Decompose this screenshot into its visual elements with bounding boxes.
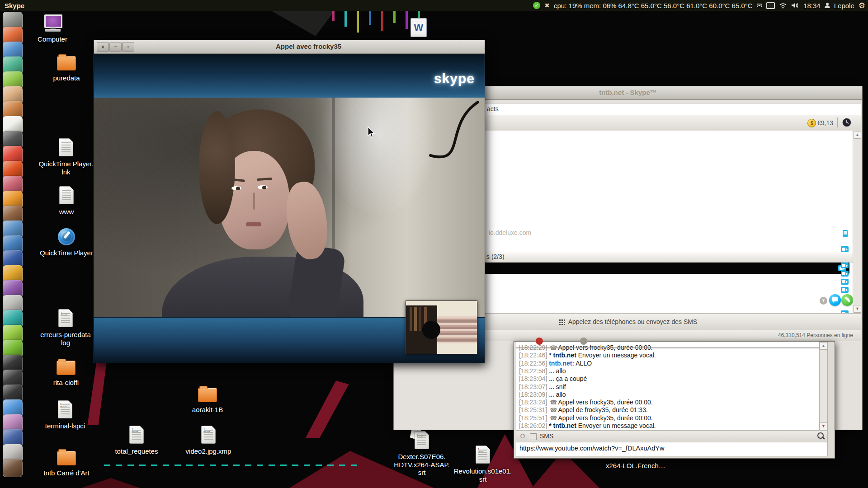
menu-fragment: acts [487,105,499,113]
chevron-down-icon[interactable]: ▼ [820,297,827,305]
desktop-icon[interactable]: QuickTime Player [30,228,103,257]
desktop-icon[interactable]: 1 00:01total_requetes [100,426,173,455]
desktop-icon[interactable]: 1 00:01terminal-lspci [29,400,101,430]
scroll-down-icon[interactable]: ▼ [820,422,827,430]
system-monitor-text: cpu: 19% mem: 06% 64.8°C 65.0°C 56.0°C 6… [554,2,753,9]
partial-desktop-label: x264-LOL.French… [606,462,665,469]
chat-message: [18:23:24] ☎Appel vers frocky35, durée 0… [519,399,819,406]
scroll-up-icon[interactable]: ▲ [854,131,861,139]
person-eye [231,186,241,190]
desktop-icon-label: Computer [16,35,89,43]
top-panel: Skype ✓ ✖ cpu: 19% mem: 06% 64.8°C 65.0°… [0,0,868,11]
call-icon: ☎ [550,415,557,422]
dock-launcher-icon[interactable] [3,459,23,477]
mail-icon[interactable]: ✉ [757,1,763,9]
skype-logo: skype [434,71,475,86]
maximize-button[interactable]: ▫ [122,42,134,52]
chat-message: [18:23:07] ... snif [519,383,819,391]
desktop-icon-label: terminal-lspci [29,422,101,430]
chat-message: [18:25:31] ☎Appel de frocky35, durée 01:… [519,406,819,414]
desktop-icon-label: QuickTime Player [30,249,103,257]
desktop-icon-label: Revolution.s01e01.srt [447,467,519,483]
toolbar-separator [837,117,838,127]
history-clock-icon[interactable] [842,118,851,129]
video-contact-icon[interactable] [841,279,849,285]
desktop-icon[interactable]: rita-cioffi [30,357,102,387]
chat-message: [18:22:46] * tntb.net Envoyer un message… [519,352,819,359]
call-header-band: skype [94,54,485,98]
search-icon[interactable] [817,432,824,439]
user-name[interactable]: Lepole [834,2,854,9]
self-video-preview [406,300,477,354]
desktop-icon[interactable]: Computer [16,14,89,43]
chat-message: [18:22:58] ... allo [519,367,819,375]
desktop-icon[interactable]: puredata [30,52,103,82]
call-window-titlebar[interactable]: x – ▫ Appel avec frocky35 [94,40,485,54]
person-hair-side [199,111,235,224]
desktop-icon-label: rita-cioffi [30,379,102,387]
dialpad-icon [559,319,565,325]
workspace-icon[interactable]: ✖ [544,2,550,9]
desktop-icon[interactable]: 1 00:01video2.jpg.xmp [172,426,245,455]
close-button[interactable]: x [97,42,109,52]
sms-toolbar: ☺ SMS [516,430,828,443]
gear-icon[interactable]: ⚙ [859,1,865,10]
chat-bubble-icon[interactable] [829,294,841,306]
desktop-icon[interactable]: aorakit-1B [171,384,244,414]
chat-message: [18:25:51] ☎Appel vers frocky35, durée 0… [519,414,819,422]
desktop-icon-label: QuickTime Player.lnk [30,160,102,176]
display-icon[interactable] [766,2,775,9]
chat-message: [18:23:09] ... allo [519,391,819,399]
desktop-icon[interactable]: 1 00:01Revolution.s01e01.srt [447,446,519,483]
chat-message: [18:23:04] ... ça a coupé [519,375,819,383]
video-contact-icon[interactable] [841,287,849,293]
skype-status-icon[interactable]: ✓ [533,2,540,9]
chat-tab-avatar [536,338,543,345]
online-count: 46,310,514 Personnes en ligne [778,332,853,338]
chat-message: [18:26:02] * tntb.net Envoyer un message… [519,422,819,430]
lens-circle [422,321,440,339]
desktop-icon-label: erreurs-puredatalog [29,331,102,347]
desktop-icon-label: video2.jpg.xmp [172,447,245,455]
desktop-icon[interactable]: QuickTime Player.lnk [30,138,102,176]
clock[interactable]: 18:34 [803,2,821,9]
message-history[interactable]: [18:22:29] ☎Appel vers frocky35, durée 0… [516,342,821,430]
minimize-button[interactable]: – [109,42,122,52]
chat-message: [18:22:56] tntb.net: ALLO [519,360,819,367]
person-nose [253,192,255,210]
remote-video-feed [94,98,485,317]
video-contact-icon[interactable] [841,271,849,277]
wifi-icon[interactable] [779,2,787,9]
desktop-icon-label: www [30,208,103,216]
active-app-title[interactable]: Skype [5,2,24,9]
desktop-icon[interactable]: www [30,186,103,216]
desktop-root: { "panel": { "app_title": "Skype", "stat… [0,0,868,488]
credit-coin-icon: $ [807,119,816,127]
call-phone-icon[interactable] [841,294,853,306]
desktop-icon-label: total_requetes [100,447,173,455]
desktop-icon[interactable]: W [382,18,455,37]
sms-label: SMS [540,432,553,440]
cable-decoration [376,98,485,183]
contact-scrollbar[interactable]: ▲ ▼ [853,131,861,313]
desktop-icon-label: puredata [30,74,103,82]
desktop-icon[interactable]: 1 00:01erreurs-puredatalog [29,309,102,347]
chat-tab-avatar [580,338,587,345]
video-contact-icon[interactable] [841,246,849,252]
skype-credit-balance[interactable]: €9,13 [817,119,833,127]
desktop-icon-label: tntb Carré d'Art [30,469,103,477]
sms-checkbox[interactable] [530,433,537,440]
person-eye [258,185,268,189]
video-contact-icon[interactable] [841,263,849,268]
volume-icon[interactable] [791,2,799,9]
emoticon-icon[interactable]: ☺ [519,432,526,440]
chat-scrollbar[interactable]: ▲ ▼ [819,342,828,431]
call-icon: ☎ [550,407,557,413]
user-icon [825,3,830,8]
scroll-down-icon[interactable]: ▼ [854,305,861,313]
skype-chat-window: [18:22:29] ☎Appel vers frocky35, durée 0… [514,341,835,459]
mobile-contact-icon[interactable] [843,230,848,237]
scroll-up-icon[interactable]: ▲ [820,342,827,350]
message-input[interactable]: https://www.youtube.com/watch?v=_fDLAxuA… [516,442,828,456]
desktop-icon[interactable]: tntb Carré d'Art [30,447,103,477]
